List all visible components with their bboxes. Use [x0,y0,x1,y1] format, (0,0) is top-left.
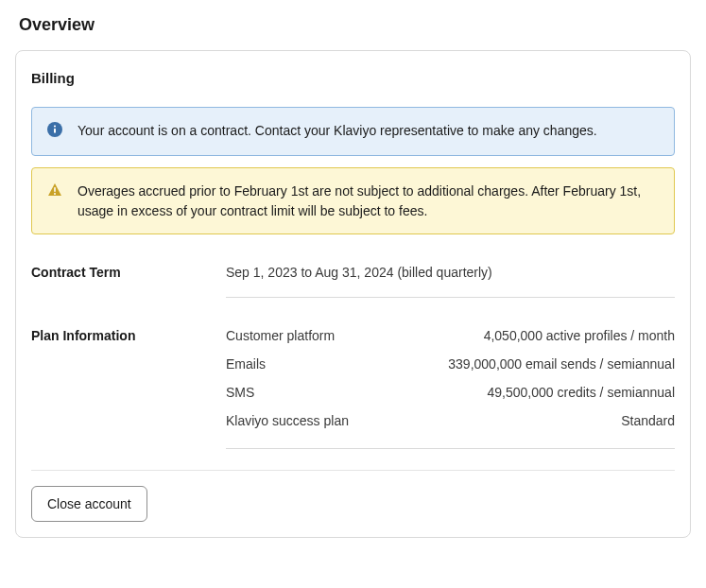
billing-title: Billing [31,70,675,86]
warning-icon [47,182,62,202]
billing-card: Billing Your account is on a contract. C… [15,50,691,538]
plan-row: Emails 339,000,000 email sends / semiann… [226,350,675,378]
plan-row-value: 49,500,000 credits / semiannual [488,385,675,400]
info-icon [47,122,62,142]
page-title: Overview [19,15,691,35]
plan-information-label: Plan Information [31,328,226,449]
contract-term-value: Sep 1, 2023 to Aug 31, 2024 (billed quar… [226,265,675,297]
warning-alert-text: Overages accrued prior to February 1st a… [77,182,659,220]
divider [226,297,675,298]
plan-information-section: Plan Information Customer platform 4,050… [31,328,675,449]
svg-point-1 [54,125,56,127]
divider [226,448,675,449]
close-account-button[interactable]: Close account [31,486,147,522]
plan-row-label: Emails [226,356,266,372]
warning-alert: Overages accrued prior to February 1st a… [31,167,675,234]
plan-row-value: 339,000,000 email sends / semiannual [448,356,675,372]
info-alert: Your account is on a contract. Contact y… [31,107,675,156]
divider [31,470,675,471]
plan-row-value: Standard [621,413,675,428]
info-alert-text: Your account is on a contract. Contact y… [77,121,597,140]
svg-rect-2 [54,129,56,133]
plan-row-label: Customer platform [226,328,335,343]
plan-row-label: Klaviyo success plan [226,413,349,428]
svg-point-4 [54,193,56,195]
plan-row: SMS 49,500,000 credits / semiannual [226,378,675,406]
plan-row: Customer platform 4,050,000 active profi… [226,328,675,350]
plan-row-label: SMS [226,385,254,400]
svg-rect-3 [54,187,56,192]
plan-row-value: 4,050,000 active profiles / month [484,328,675,343]
contract-term-label: Contract Term [31,265,226,298]
contract-term-section: Contract Term Sep 1, 2023 to Aug 31, 202… [31,265,675,298]
plan-row: Klaviyo success plan Standard [226,406,675,435]
